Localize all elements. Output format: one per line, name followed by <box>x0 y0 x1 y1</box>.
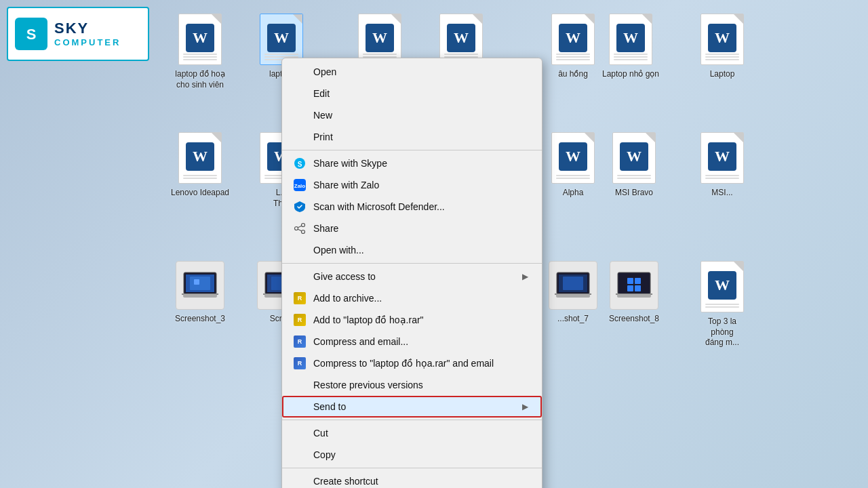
file-label: Laptop nhỏ gọn <box>602 69 659 80</box>
menu-item-share-zalo[interactable]: Zalo Share with Zalo <box>282 174 542 196</box>
svg-line-33 <box>298 226 301 228</box>
menu-divider <box>282 468 542 468</box>
word-doc-icon: W <box>701 261 744 312</box>
menu-divider <box>282 263 542 264</box>
file-icon[interactable]: W Laptop <box>688 14 756 80</box>
file-icon[interactable]: W Alpha <box>539 132 607 199</box>
edit-icon <box>293 87 307 100</box>
file-icon[interactable]: W MSI Bravo <box>600 132 668 199</box>
submenu-arrow-send-to: ▶ <box>522 402 528 411</box>
menu-item-send-to[interactable]: Send to ▶ <box>282 396 542 418</box>
file-label: MSI Bravo <box>615 188 653 199</box>
menu-divider <box>282 150 542 150</box>
desktop: S SKY COMPUTER sodoluamaylinhdanang.com … <box>0 0 868 488</box>
give-access-icon <box>293 270 307 283</box>
menu-label-share: Share <box>313 223 528 234</box>
svg-rect-4 <box>190 277 210 290</box>
file-label: ...shot_7 <box>557 314 589 325</box>
file-label: Screenshot_3 <box>175 314 225 325</box>
menu-divider <box>282 420 542 420</box>
logo-text: SKY COMPUTER <box>54 20 121 48</box>
svg-rect-23 <box>635 285 641 291</box>
file-label: laptop đồ hoạcho sinh viên <box>175 69 224 90</box>
menu-item-print[interactable]: Print <box>282 126 542 148</box>
word-doc-icon: W <box>609 14 652 65</box>
menu-label-open: Open <box>313 66 528 77</box>
menu-label-cut: Cut <box>313 428 528 439</box>
menu-label-compress-rar-email: Compress to "laptop đồ họa.rar" and emai… <box>313 358 528 369</box>
word-doc-icon: W <box>701 14 744 65</box>
svg-rect-5 <box>194 279 199 285</box>
menu-item-copy[interactable]: Copy <box>282 444 542 466</box>
menu-label-open-with: Open with... <box>313 245 528 256</box>
winrar-icon: R <box>293 291 307 305</box>
svg-rect-22 <box>627 285 633 291</box>
new-icon <box>293 108 307 122</box>
menu-label-new: New <box>313 110 528 121</box>
menu-label-share-skype: Share with Skype <box>313 158 528 169</box>
file-label: Top 3 laphòngđáng m... <box>705 317 739 348</box>
menu-label-give-access: Give access to <box>313 271 515 282</box>
screenshot-file-icon[interactable]: ...shot_7 <box>539 261 607 325</box>
menu-item-add-rar[interactable]: R Add to "laptop đồ hoạ.rar" <box>282 309 542 331</box>
menu-item-compress-rar-email[interactable]: R Compress to "laptop đồ họa.rar" and em… <box>282 352 542 374</box>
file-label: Alpha <box>563 188 584 199</box>
menu-item-create-shortcut[interactable]: Create shortcut <box>282 470 542 488</box>
file-label: Laptop <box>710 69 735 80</box>
menu-label-scan: Scan with Microsoft Defender... <box>313 201 528 212</box>
svg-point-31 <box>295 227 298 230</box>
logo-sub: COMPUTER <box>54 37 121 48</box>
menu-item-edit[interactable]: Edit <box>282 83 542 104</box>
file-icon[interactable]: W Top 3 laphòngđáng m... <box>688 261 756 348</box>
svg-point-30 <box>302 224 305 227</box>
menu-item-compress-email[interactable]: R Compress and email... <box>282 331 542 352</box>
menu-label-restore: Restore previous versions <box>313 380 528 390</box>
open-with-icon <box>293 243 307 257</box>
file-icon[interactable]: W MSI... <box>688 132 756 199</box>
defender-icon <box>293 200 307 214</box>
word-doc-icon: W <box>178 14 222 65</box>
submenu-arrow: ▶ <box>522 272 528 281</box>
open-icon <box>293 65 307 79</box>
screenshot-file-icon[interactable]: Screenshot_3 <box>166 261 234 325</box>
file-label: âu hồng <box>558 69 588 80</box>
word-doc-icon: W <box>178 132 222 184</box>
svg-text:S: S <box>298 161 302 168</box>
svg-line-34 <box>298 229 301 231</box>
send-to-icon <box>293 400 307 413</box>
screenshot-file-icon[interactable]: Screenshot_8 <box>600 261 668 325</box>
winrar2-icon: R <box>293 313 307 327</box>
menu-item-open[interactable]: Open <box>282 61 542 83</box>
word-doc-icon: W <box>551 132 595 184</box>
menu-item-scan-defender[interactable]: Scan with Microsoft Defender... <box>282 196 542 218</box>
menu-label-edit: Edit <box>313 88 528 99</box>
menu-label-compress-email: Compress and email... <box>313 336 528 347</box>
context-menu: Open Edit New Print S Share with Skype <box>281 58 542 488</box>
copy-icon <box>293 448 307 462</box>
word-doc-icon: W <box>551 14 595 65</box>
laptop-thumbnail <box>549 261 597 310</box>
menu-item-new[interactable]: New <box>282 104 542 126</box>
menu-item-share[interactable]: Share <box>282 218 542 239</box>
skype-icon: S <box>293 157 307 170</box>
svg-text:Zalo: Zalo <box>294 183 306 189</box>
restore-icon <box>293 378 307 392</box>
svg-rect-20 <box>627 278 633 284</box>
share-icon <box>293 222 307 235</box>
menu-item-add-archive[interactable]: R Add to archive... <box>282 287 542 309</box>
svg-rect-21 <box>635 278 641 284</box>
zalo-icon: Zalo <box>293 178 307 192</box>
menu-item-share-skype[interactable]: S Share with Skype <box>282 152 542 174</box>
menu-item-give-access[interactable]: Give access to ▶ <box>282 266 542 287</box>
compress-rar-icon: R <box>293 357 307 370</box>
logo-icon: S <box>15 18 47 50</box>
menu-label-share-zalo: Share with Zalo <box>313 180 528 190</box>
menu-item-cut[interactable]: Cut <box>282 422 542 444</box>
menu-item-restore[interactable]: Restore previous versions <box>282 374 542 396</box>
menu-label-send-to: Send to <box>313 401 515 412</box>
file-icon[interactable]: W laptop đồ hoạcho sinh viên <box>166 14 234 90</box>
file-icon[interactable]: W Laptop nhỏ gọn <box>597 14 665 80</box>
file-icon[interactable]: W Lenovo Ideapad <box>166 132 234 199</box>
menu-item-open-with[interactable]: Open with... <box>282 239 542 261</box>
menu-label-create-shortcut: Create shortcut <box>313 476 528 487</box>
